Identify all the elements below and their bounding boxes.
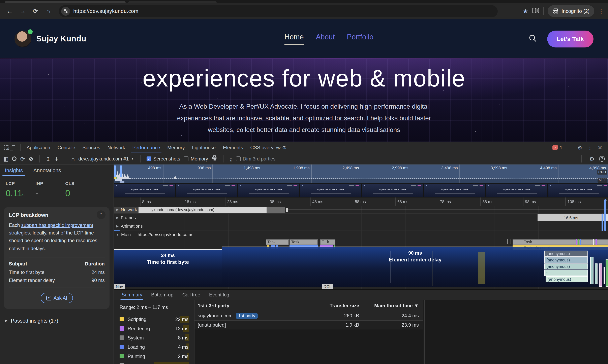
- filmstrip-thumbnail[interactable]: experiences for web & mobile: [300, 184, 361, 197]
- devtools-tab[interactable]: CSS overview ⚗: [247, 142, 290, 152]
- devtools-tab[interactable]: Console: [54, 142, 79, 152]
- collapse-card-button[interactable]: ⌃: [97, 210, 106, 219]
- home-button[interactable]: ⌂: [43, 5, 54, 17]
- bottom-tab[interactable]: Event log: [206, 290, 233, 300]
- network-track[interactable]: ykundu.com/ (dev.sujaykundu.com) ▶Networ…: [114, 206, 608, 214]
- party-row[interactable]: [unattributed] 1.9 kB 23.9 ms: [194, 320, 423, 329]
- function-call-column[interactable]: [606, 260, 608, 287]
- back-button[interactable]: ←: [4, 5, 15, 17]
- avatar[interactable]: [14, 30, 31, 47]
- filmstrip-thumbnail[interactable]: experiences for web & mobile: [486, 184, 547, 197]
- nav-link[interactable]: About: [316, 33, 335, 45]
- col-main-thread-time[interactable]: Main thread time ▼: [359, 303, 423, 308]
- devtools-tab[interactable]: Elements: [219, 142, 247, 152]
- filmstrip-thumbnail[interactable]: experiences for web & mobile: [238, 184, 299, 197]
- dim-3rd-parties-checkbox[interactable]: Dim 3rd parties: [236, 156, 276, 161]
- help-icon[interactable]: ?: [599, 156, 605, 161]
- animations-track[interactable]: ▶ Animations: [114, 222, 608, 231]
- nav-marker-chip[interactable]: Nav: [114, 284, 125, 289]
- devtools-tab[interactable]: Network: [104, 142, 129, 152]
- bookmark-star-icon[interactable]: ★: [523, 7, 528, 15]
- selection-handle-inner[interactable]: [120, 165, 122, 177]
- selection-handle-left[interactable]: [114, 165, 116, 177]
- forward-button[interactable]: →: [17, 5, 28, 17]
- bottom-tab[interactable]: Bottom-up: [148, 290, 177, 300]
- timeline-minimap[interactable]: 498 ms998 ms1,498 ms1,998 ms2,498 ms2,99…: [114, 165, 608, 183]
- task-block[interactable]: T...k: [320, 239, 335, 245]
- collapse-tracks-icon[interactable]: ↨: [230, 156, 232, 161]
- call-column[interactable]: [599, 263, 602, 287]
- network-track-label[interactable]: ▶Network: [114, 207, 139, 213]
- t-call-bar[interactable]: t: [544, 270, 588, 276]
- bottom-tab[interactable]: Call tree: [179, 290, 204, 300]
- lets-talk-button[interactable]: Let's Talk: [547, 30, 594, 47]
- bottom-tab[interactable]: Summary: [118, 290, 146, 300]
- task-block[interactable]: Task: [266, 239, 289, 245]
- devtools-tab[interactable]: Application: [23, 142, 54, 152]
- tab-insights[interactable]: Insights: [5, 165, 23, 176]
- dcl-marker-chip[interactable]: DCL: [322, 284, 333, 289]
- task-block[interactable]: Task: [290, 239, 318, 245]
- call-column[interactable]: [590, 257, 594, 284]
- capture-settings-gear-icon[interactable]: ⚙: [589, 156, 594, 162]
- site-brand[interactable]: Sujay Kundu: [36, 34, 86, 43]
- selection-handle-right-inner[interactable]: [602, 214, 603, 231]
- save-profile-icon[interactable]: ↧: [54, 156, 59, 161]
- network-request-bar[interactable]: ykundu.com/ (dev.sujaykundu.com): [117, 207, 267, 213]
- settings-gear-icon[interactable]: ⚙: [577, 144, 582, 151]
- nav-link[interactable]: Home: [284, 33, 304, 45]
- call-column[interactable]: [595, 263, 597, 284]
- passed-insights-row[interactable]: ▶ Passed insights (17): [5, 318, 109, 324]
- desc-pre: Each: [9, 222, 21, 228]
- clear-icon[interactable]: ⊘: [28, 156, 33, 161]
- load-profile-icon[interactable]: ↥: [46, 156, 50, 161]
- device-toolbar-icon[interactable]: [12, 145, 15, 150]
- target-selector[interactable]: dev.sujaykundu.com #1▼: [78, 156, 134, 161]
- devtools-tab[interactable]: Lighthouse: [188, 142, 219, 152]
- frame-duration-box[interactable]: 16.6 ms: [538, 214, 604, 221]
- toggle-sidebar-icon[interactable]: ◧: [3, 156, 8, 161]
- table-scrollbar[interactable]: [424, 300, 425, 364]
- search-icon[interactable]: [528, 34, 537, 44]
- site-info-icon[interactable]: [61, 7, 70, 15]
- anonymous-call-bar[interactable]: (anonymous): [544, 263, 588, 270]
- browser-menu-icon[interactable]: ⋮: [598, 8, 604, 14]
- ask-ai-button[interactable]: ✦Ask AI: [41, 293, 73, 303]
- filmstrip-thumbnail[interactable]: experiences for web & mobile: [548, 184, 608, 197]
- garbage-collect-icon[interactable]: [212, 155, 217, 162]
- anonymous-call-bar[interactable]: (anonymous): [544, 251, 588, 257]
- anonymous-call-bar[interactable]: (anonymous): [544, 257, 588, 263]
- tab-annotations[interactable]: Annotations: [33, 165, 61, 176]
- filmstrip-thumbnail[interactable]: experiences for web & mobile: [114, 184, 175, 197]
- inspect-element-icon[interactable]: [4, 145, 8, 150]
- devtools-tab[interactable]: Sources: [79, 142, 104, 152]
- reload-button[interactable]: ⟳: [30, 5, 41, 17]
- anonymous-call-bar[interactable]: (anonymous): [546, 276, 588, 282]
- nav-link[interactable]: Portfolio: [347, 33, 373, 45]
- memory-checkbox[interactable]: Memory: [184, 156, 208, 161]
- call-column[interactable]: [604, 267, 605, 284]
- issues-badge[interactable]: ×1: [553, 145, 562, 150]
- devtools-tab[interactable]: Memory: [164, 142, 188, 152]
- browser-tab-inactive[interactable]: [128, 1, 217, 3]
- party-row[interactable]: sujaykundu.com1st party 260 kB 24.4 ms: [194, 311, 423, 320]
- main-thread-track[interactable]: ▼ Main — https://dev.sujaykundu.com/: [114, 231, 608, 238]
- filmstrip-thumbnail[interactable]: experiences for web & mobile: [362, 184, 423, 197]
- incognito-badge[interactable]: Incognito (2): [547, 5, 594, 17]
- record-and-reload-icon[interactable]: ⟳: [20, 156, 25, 161]
- frames-track[interactable]: ▶ Frames 16.6 ms: [114, 214, 608, 222]
- selection-handle-right[interactable]: [604, 199, 606, 231]
- col-transfer-size[interactable]: Transfer size: [303, 303, 359, 308]
- filmstrip-thumbnail[interactable]: experiences for web & mobile: [424, 184, 485, 197]
- screenshots-checkbox[interactable]: ✓Screenshots: [147, 156, 180, 161]
- reading-list-icon[interactable]: [532, 7, 539, 15]
- browser-tab-active[interactable]: [5, 1, 126, 3]
- record-icon[interactable]: [12, 156, 16, 161]
- live-metrics-home-icon[interactable]: ⌂: [71, 156, 75, 161]
- devtools-tab[interactable]: Performance: [129, 142, 164, 152]
- address-bar[interactable]: https://dev.sujaykundu.com: [59, 5, 498, 17]
- flame-chart[interactable]: Task Task T...k Task: [114, 238, 608, 289]
- filmstrip-thumbnail[interactable]: experiences for web & mobile: [176, 184, 237, 197]
- devtools-menu-icon[interactable]: ⋮: [587, 144, 593, 151]
- close-devtools-icon[interactable]: ✕: [598, 144, 602, 151]
